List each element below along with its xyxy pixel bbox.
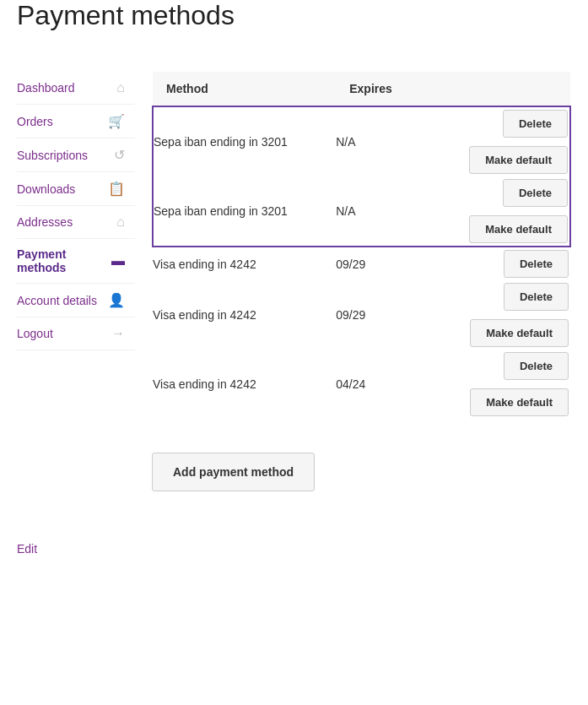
sidebar: Dashboard ⌂ Orders 🛒 Subscriptions ↺ Dow…: [0, 72, 135, 525]
actions-cell: Delete Make default: [430, 176, 570, 247]
page-title: Payment methods: [0, 0, 588, 52]
table-row: Sepa iban ending in 3201 N/A Delete Make…: [153, 106, 570, 176]
payment-methods-icon: ▬: [111, 253, 125, 268]
expires-cell: N/A: [336, 106, 430, 176]
sidebar-item-logout[interactable]: Logout →: [17, 317, 135, 350]
delete-button[interactable]: Delete: [503, 110, 568, 138]
actions-column-header: [430, 72, 570, 106]
make-default-button[interactable]: Make default: [469, 146, 568, 174]
table-row: Visa ending in 4242 09/29 Delete: [153, 247, 570, 280]
method-cell: Sepa iban ending in 3201: [153, 106, 336, 176]
expires-cell: 09/29: [336, 280, 430, 350]
table-row: Visa ending in 4242 04/24 Delete Make de…: [153, 350, 570, 419]
sidebar-item-downloads[interactable]: Downloads 📋: [17, 172, 135, 206]
make-default-button[interactable]: Make default: [470, 319, 569, 347]
sidebar-item-account-details[interactable]: Account details 👤: [17, 284, 135, 317]
expires-cell: 04/24: [336, 350, 430, 419]
method-cell: Visa ending in 4242: [153, 280, 336, 350]
downloads-icon: 📋: [108, 181, 125, 197]
addresses-icon: ⌂: [116, 214, 125, 230]
actions-cell: Delete Make default: [430, 280, 570, 350]
method-cell: Visa ending in 4242: [153, 350, 336, 419]
logout-icon: →: [111, 326, 125, 341]
sidebar-item-payment-methods[interactable]: Payment methods ▬: [17, 239, 135, 284]
expires-cell: N/A: [336, 176, 430, 247]
sidebar-item-label: Subscriptions: [17, 149, 88, 162]
delete-button[interactable]: Delete: [504, 283, 569, 311]
delete-button[interactable]: Delete: [503, 179, 568, 207]
delete-button[interactable]: Delete: [504, 352, 569, 380]
sidebar-item-dashboard[interactable]: Dashboard ⌂: [17, 72, 135, 105]
sidebar-item-label: Addresses: [17, 215, 73, 229]
sidebar-item-label: Downloads: [17, 182, 75, 196]
payment-methods-table: Method Expires Sepa iban ending in 3201 …: [152, 72, 571, 419]
sidebar-item-label: Payment methods: [17, 247, 111, 274]
make-default-button[interactable]: Make default: [470, 388, 569, 416]
dashboard-icon: ⌂: [116, 80, 125, 95]
expires-column-header: Expires: [336, 72, 430, 106]
actions-cell: Delete Make default: [430, 350, 570, 419]
table-row: Sepa iban ending in 3201 N/A Delete Make…: [153, 176, 570, 247]
make-default-button[interactable]: Make default: [469, 215, 568, 243]
method-cell: Visa ending in 4242: [153, 247, 336, 280]
sidebar-item-label: Account details: [17, 294, 97, 307]
main-content: Method Expires Sepa iban ending in 3201 …: [135, 72, 588, 525]
sidebar-item-label: Orders: [17, 115, 53, 128]
orders-icon: 🛒: [108, 113, 125, 129]
sidebar-item-label: Logout: [17, 327, 53, 340]
sidebar-item-orders[interactable]: Orders 🛒: [17, 105, 135, 138]
sidebar-item-subscriptions[interactable]: Subscriptions ↺: [17, 138, 135, 172]
edit-link[interactable]: Edit: [0, 525, 588, 556]
sidebar-item-addresses[interactable]: Addresses ⌂: [17, 206, 135, 239]
expires-cell: 09/29: [336, 247, 430, 280]
account-details-icon: 👤: [108, 292, 125, 308]
actions-cell: Delete: [430, 247, 570, 280]
actions-cell: Delete Make default: [430, 106, 570, 176]
sidebar-item-label: Dashboard: [17, 81, 75, 95]
subscriptions-icon: ↺: [114, 147, 125, 163]
method-cell: Sepa iban ending in 3201: [153, 176, 336, 247]
add-payment-method-button[interactable]: Add payment method: [152, 453, 315, 491]
method-column-header: Method: [153, 72, 336, 106]
delete-button[interactable]: Delete: [504, 250, 569, 278]
table-row: Visa ending in 4242 09/29 Delete Make de…: [153, 280, 570, 350]
